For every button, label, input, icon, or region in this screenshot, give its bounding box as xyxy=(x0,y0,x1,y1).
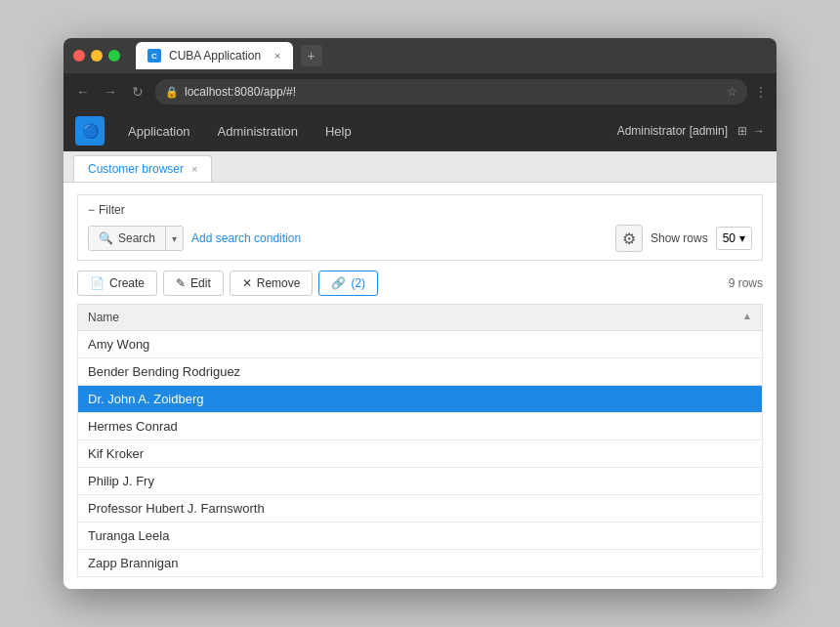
rows-select[interactable]: 50 ▾ xyxy=(716,227,752,250)
column-name-header[interactable]: Name ▲ xyxy=(78,305,763,331)
create-label: Create xyxy=(109,276,145,290)
table-row[interactable]: Amy Wong xyxy=(78,331,763,358)
nav-application[interactable]: Application xyxy=(114,110,204,151)
inner-content: − Filter 🔍 Search ▾ Add search condition xyxy=(63,183,777,589)
browser-addressbar: ← → ↻ 🔒 localhost:8080/app/#! ☆ ⋮ xyxy=(63,73,777,110)
logo-text: 🔵 xyxy=(82,123,99,139)
table-row[interactable]: Turanga Leela xyxy=(78,522,763,550)
search-group: 🔍 Search ▾ xyxy=(88,226,184,251)
new-tab-button[interactable]: + xyxy=(301,45,322,66)
table-row[interactable]: Hermes Conrad xyxy=(78,413,763,440)
back-button[interactable]: ← xyxy=(73,84,93,100)
customer-browser-tab-label: Customer browser xyxy=(88,162,184,176)
content-tabs: Customer browser × xyxy=(63,151,777,183)
close-window-button[interactable] xyxy=(73,50,85,62)
browser-titlebar: C CUBA Application × + xyxy=(63,38,777,73)
toolbar: 📄 Create ✎ Edit ✕ Remove 🔗 (2) 9 rows xyxy=(77,271,763,296)
search-icon: 🔍 xyxy=(99,231,113,245)
address-bar[interactable]: 🔒 localhost:8080/app/#! ☆ xyxy=(155,79,747,104)
exit-icon[interactable]: → xyxy=(753,124,765,138)
show-rows-label: Show rows xyxy=(651,231,708,245)
tab-close-button[interactable]: × xyxy=(274,50,280,62)
tab-favicon: C xyxy=(147,49,161,63)
nav-administration[interactable]: Administration xyxy=(204,110,312,151)
create-button[interactable]: 📄 Create xyxy=(77,271,157,296)
rows-count: 9 rows xyxy=(729,276,763,290)
customer-browser-tab[interactable]: Customer browser × xyxy=(73,155,212,182)
table-cell-name: Dr. John A. Zoidberg xyxy=(78,386,763,413)
minimize-window-button[interactable] xyxy=(91,50,103,62)
user-label: Administrator [admin] xyxy=(617,124,728,138)
table-body: Amy WongBender Bending RodriguezDr. John… xyxy=(78,331,763,577)
filter-collapse-icon[interactable]: − xyxy=(88,203,95,217)
table-cell-name: Amy Wong xyxy=(78,331,763,358)
menu-icon[interactable]: ⋮ xyxy=(755,85,767,99)
rows-value: 50 xyxy=(723,231,735,245)
reload-button[interactable]: ↻ xyxy=(128,84,147,100)
table-cell-name: Bender Bending Rodriguez xyxy=(78,358,763,386)
rows-dropdown-icon: ▾ xyxy=(739,231,745,245)
browser-tab[interactable]: C CUBA Application × xyxy=(136,42,293,69)
table-cell-name: Philip J. Fry xyxy=(78,468,763,495)
app-logo: 🔵 xyxy=(75,116,105,146)
edit-button[interactable]: ✎ Edit xyxy=(163,271,224,296)
nav-help[interactable]: Help xyxy=(312,110,365,151)
remove-button[interactable]: ✕ Remove xyxy=(230,271,314,296)
create-icon: 📄 xyxy=(90,276,105,290)
bookmark-icon[interactable]: ☆ xyxy=(727,85,737,99)
search-label: Search xyxy=(118,231,155,245)
filter-section: − Filter 🔍 Search ▾ Add search condition xyxy=(77,194,763,261)
remove-label: Remove xyxy=(257,276,301,290)
data-table: Name ▲ Amy WongBender Bending RodriguezD… xyxy=(77,304,763,577)
filter-body: 🔍 Search ▾ Add search condition ⚙ Show r… xyxy=(88,225,752,252)
table-cell-name: Professor Hubert J. Farnsworth xyxy=(78,495,763,522)
filter-gear-button[interactable]: ⚙ xyxy=(615,225,643,252)
filter-right: ⚙ Show rows 50 ▾ xyxy=(615,225,752,252)
app-content: Customer browser × − Filter 🔍 Search xyxy=(63,151,777,589)
add-search-condition-link[interactable]: Add search condition xyxy=(191,231,301,245)
links-button[interactable]: 🔗 (2) xyxy=(318,271,378,296)
traffic-lights xyxy=(73,50,120,62)
edit-label: Edit xyxy=(190,276,211,290)
table-cell-name: Hermes Conrad xyxy=(78,413,763,440)
table-row[interactable]: Bender Bending Rodriguez xyxy=(78,358,763,386)
links-label: (2) xyxy=(351,276,365,290)
table-row[interactable]: Kif Kroker xyxy=(78,440,763,468)
filter-header: − Filter xyxy=(88,203,752,217)
search-button[interactable]: 🔍 Search xyxy=(89,227,165,250)
sort-icon: ▲ xyxy=(742,311,752,321)
table-cell-name: Turanga Leela xyxy=(78,522,763,550)
nav-menu: Application Administration Help xyxy=(114,110,365,151)
table-cell-name: Zapp Brannigan xyxy=(78,550,763,577)
table-row[interactable]: Philip J. Fry xyxy=(78,468,763,495)
table-cell-name: Kif Kroker xyxy=(78,440,763,468)
tab-title: CUBA Application xyxy=(169,49,261,63)
link-icon: 🔗 xyxy=(331,276,346,290)
nav-right: Administrator [admin] ⊞ → xyxy=(617,124,765,138)
column-name-label: Name xyxy=(88,311,119,324)
table-row[interactable]: Zapp Brannigan xyxy=(78,550,763,577)
browser-window: C CUBA Application × + ← → ↻ 🔒 localhost… xyxy=(63,38,777,589)
forward-button[interactable]: → xyxy=(101,84,120,100)
maximize-window-button[interactable] xyxy=(108,50,120,62)
table-row[interactable]: Professor Hubert J. Farnsworth xyxy=(78,495,763,522)
chevron-down-icon: ▾ xyxy=(172,233,177,244)
search-dropdown-button[interactable]: ▾ xyxy=(165,227,183,250)
address-text: localhost:8080/app/#! xyxy=(185,85,721,99)
table-row[interactable]: Dr. John A. Zoidberg xyxy=(78,386,763,413)
filter-title: Filter xyxy=(99,203,125,217)
grid-icon[interactable]: ⊞ xyxy=(737,124,747,138)
customer-browser-tab-close[interactable]: × xyxy=(191,163,197,175)
edit-icon: ✎ xyxy=(176,276,186,290)
gear-icon: ⚙ xyxy=(622,230,636,248)
lock-icon: 🔒 xyxy=(165,86,179,99)
remove-icon: ✕ xyxy=(242,276,252,290)
app-navbar: 🔵 Application Administration Help Admini… xyxy=(63,110,777,151)
